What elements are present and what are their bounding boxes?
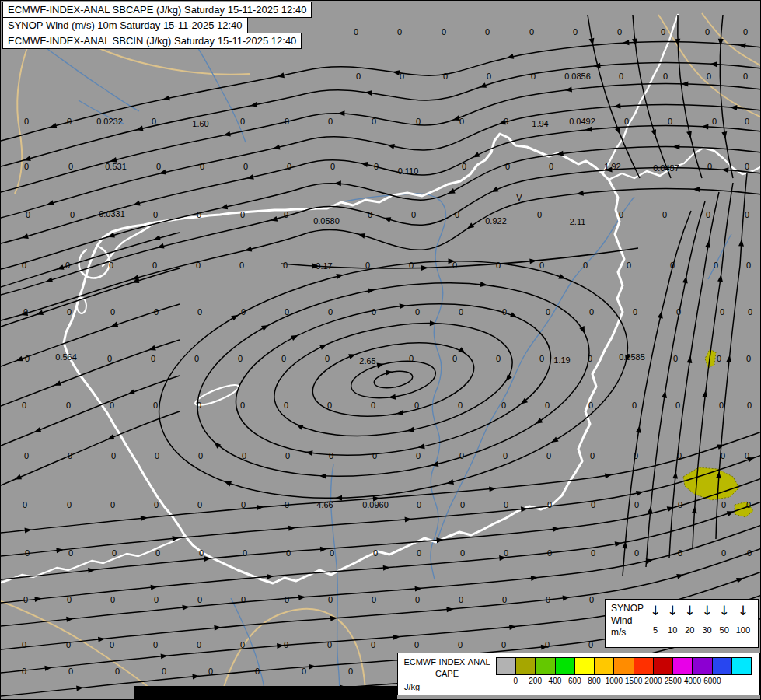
flow-arrow xyxy=(388,394,396,401)
flow-arrow xyxy=(152,235,161,242)
cape-legend: ECMWF-INDEX-ANAL CAPE J/kg 0200400600800… xyxy=(397,653,760,695)
flow-arrow xyxy=(636,489,644,496)
cape-color-cell xyxy=(536,658,555,674)
flow-arrow xyxy=(295,422,303,429)
country-border xyxy=(609,148,761,180)
cape-tick-label: 400 xyxy=(549,677,562,685)
flow-arrow xyxy=(334,180,341,186)
flow-arrow xyxy=(88,567,96,573)
cape-color-cell xyxy=(497,658,516,674)
flow-arrow xyxy=(393,634,401,640)
flow-arrow xyxy=(141,515,148,521)
flow-arrow xyxy=(44,665,52,671)
wind-speed-column: ↓30 xyxy=(701,601,712,635)
flow-arrow xyxy=(727,509,735,516)
flow-arrow xyxy=(162,95,170,102)
streamline xyxy=(1,376,180,446)
streamline xyxy=(1,189,761,320)
flow-arrow xyxy=(267,573,274,579)
cape-color-cell xyxy=(595,658,614,674)
wind-speed-label: 5 xyxy=(653,625,658,635)
wind-arrow-icon: ↓ xyxy=(738,601,749,621)
flow-arrow xyxy=(13,474,22,482)
flow-arrow xyxy=(499,555,507,561)
cape-color-cell xyxy=(693,658,712,674)
wind-legend-subtitle: Wind xyxy=(611,615,644,628)
streamline xyxy=(373,369,414,390)
vortex-loop xyxy=(266,306,522,455)
wind-speed-column: ↓20 xyxy=(684,601,695,635)
cape-legend-title: ECMWF-INDEX-ANAL xyxy=(398,656,496,668)
road-line xyxy=(702,13,761,66)
river xyxy=(197,46,246,142)
flow-arrow xyxy=(24,527,32,534)
flow-arrow xyxy=(726,355,732,362)
lake-balaton xyxy=(194,381,241,408)
cape-color-cell xyxy=(654,658,673,674)
flow-arrow xyxy=(417,443,424,450)
wind-speed-label: 100 xyxy=(736,625,750,635)
flow-arrow xyxy=(529,258,537,264)
country-border xyxy=(602,15,678,173)
flow-arrow xyxy=(497,120,506,128)
vortex-loop xyxy=(372,366,414,390)
vortex-loop xyxy=(182,252,606,506)
flow-arrow xyxy=(747,455,756,463)
wind-speed-column: ↓100 xyxy=(736,601,750,635)
flow-arrow xyxy=(558,274,567,282)
streamline xyxy=(1,84,761,192)
weather-map: 0000000000000000000000000000000000000000… xyxy=(0,0,761,700)
flow-arrow xyxy=(693,187,700,192)
flow-arrow xyxy=(319,342,328,350)
flow-arrow xyxy=(53,380,61,388)
cape-color-cell xyxy=(516,658,536,674)
flow-arrow xyxy=(159,170,166,177)
streamline xyxy=(1,411,180,485)
flow-arrow xyxy=(98,636,106,642)
streamline xyxy=(1,455,761,556)
flow-arrow xyxy=(415,586,423,592)
vortex-loop xyxy=(347,353,438,407)
flow-arrow xyxy=(676,572,685,579)
flow-arrow xyxy=(387,142,395,149)
cape-color-cell xyxy=(713,658,732,674)
cape-tick-label: 600 xyxy=(568,677,581,685)
flow-arrow xyxy=(373,495,381,502)
flow-arrow xyxy=(405,516,413,523)
flow-arrow xyxy=(681,81,688,86)
flow-arrow xyxy=(702,390,708,397)
flow-arrow xyxy=(531,575,539,581)
flow-arrow xyxy=(658,310,665,318)
wind-speed-label: 30 xyxy=(702,625,711,635)
flow-arrow xyxy=(106,435,114,443)
flow-arrow xyxy=(23,156,31,163)
flow-arrow xyxy=(156,243,164,250)
streamline xyxy=(1,432,761,533)
wind-speed-label: 10 xyxy=(668,625,677,635)
country-border xyxy=(1,536,185,583)
flow-arrow xyxy=(490,187,498,194)
flow-arrow xyxy=(541,644,549,650)
wind-speed-column: ↓5 xyxy=(650,601,661,635)
flow-arrow xyxy=(148,345,156,353)
streamline xyxy=(1,478,761,579)
flow-arrow xyxy=(76,685,84,691)
flow-arrow xyxy=(452,115,460,122)
river xyxy=(340,194,446,579)
flow-arrow xyxy=(509,624,517,630)
flow-arrow xyxy=(33,427,41,435)
flow-arrow xyxy=(721,167,728,173)
vortex-loop xyxy=(307,331,480,430)
streamline xyxy=(266,306,522,453)
flow-arrow xyxy=(109,157,117,164)
flow-arrow xyxy=(471,152,480,159)
flow-arrow xyxy=(510,312,518,320)
flow-arrow xyxy=(56,547,64,553)
streamline xyxy=(669,192,719,558)
streamline xyxy=(182,255,604,505)
flow-arrow xyxy=(651,129,658,138)
flow-arrow xyxy=(312,264,319,269)
flow-arrow xyxy=(736,576,745,583)
streamline xyxy=(623,211,691,576)
wind-arrow-icon: ↓ xyxy=(667,601,678,621)
